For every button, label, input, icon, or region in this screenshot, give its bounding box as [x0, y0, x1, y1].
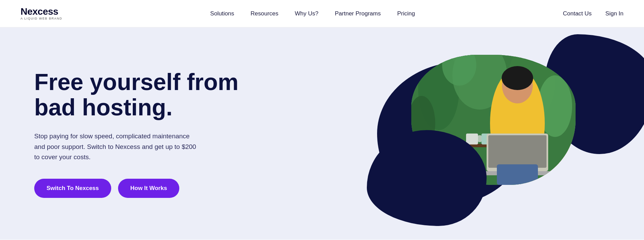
nav-why-us[interactable]: Why Us?	[295, 10, 319, 17]
hero-title: Free yourself from bad hosting.	[34, 69, 240, 121]
switch-to-nexcess-button[interactable]: Switch To Nexcess	[34, 179, 111, 198]
logo[interactable]: Nexcess A LIQUID WEB BRAND	[21, 7, 62, 20]
hero-visual	[357, 34, 644, 233]
svg-rect-19	[497, 164, 538, 185]
nav-solutions[interactable]: Solutions	[210, 10, 234, 17]
how-it-works-button[interactable]: How It Works	[118, 179, 179, 198]
hero-content: Free yourself from bad hosting. Stop pay…	[34, 69, 240, 198]
nav-center-links: Solutions Resources Why Us? Partner Prog…	[210, 10, 415, 17]
logo-brand: Nexcess	[21, 7, 62, 16]
nav-pricing[interactable]: Pricing	[397, 10, 415, 17]
svg-point-15	[502, 66, 533, 90]
hero-subtitle: Stop paying for slow speed, complicated …	[34, 131, 198, 162]
logo-tagline: A LIQUID WEB BRAND	[21, 17, 62, 20]
nav-right-links: Contact Us Sign In	[563, 10, 623, 17]
nav-resources[interactable]: Resources	[250, 10, 278, 17]
svg-rect-17	[488, 135, 546, 168]
nav-sign-in[interactable]: Sign In	[605, 10, 623, 17]
hero-buttons: Switch To Nexcess How It Works	[34, 179, 240, 198]
hero-section: Free yourself from bad hosting. Stop pay…	[0, 27, 644, 240]
nav-contact-us[interactable]: Contact Us	[563, 10, 592, 17]
svg-rect-10	[466, 134, 478, 144]
main-nav: Nexcess A LIQUID WEB BRAND Solutions Res…	[0, 0, 644, 27]
nav-partner-programs[interactable]: Partner Programs	[335, 10, 381, 17]
svg-rect-11	[478, 135, 481, 142]
